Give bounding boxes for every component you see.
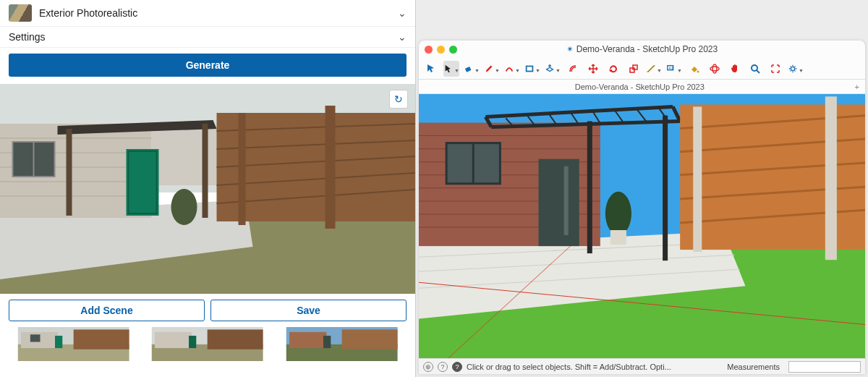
svg-rect-18 bbox=[217, 113, 416, 221]
window-title: ✴Demo-Veranda - SketchUp Pro 2023 bbox=[419, 44, 865, 54]
dropdown-caret-icon: ▼ bbox=[495, 68, 500, 73]
document-tabbar: Demo-Veranda - SketchUp Pro 2023 + bbox=[419, 80, 865, 94]
zoom-tool[interactable] bbox=[747, 61, 763, 77]
add-tab-button[interactable]: + bbox=[855, 82, 859, 91]
style-row[interactable]: Exterior Photorealistic ⌄ bbox=[0, 0, 415, 27]
dropdown-caret-icon: ▼ bbox=[677, 68, 682, 73]
svg-rect-40 bbox=[341, 329, 397, 349]
svg-point-53 bbox=[791, 67, 794, 70]
select-tool[interactable] bbox=[423, 61, 439, 77]
render-preview: ↻ bbox=[0, 84, 415, 294]
svg-rect-87 bbox=[587, 122, 592, 254]
thumbnail[interactable] bbox=[9, 327, 138, 361]
svg-rect-11 bbox=[152, 127, 224, 185]
svg-text:A1: A1 bbox=[669, 65, 674, 69]
dropdown-caret-icon: ▼ bbox=[799, 68, 804, 73]
settings-label: Settings bbox=[9, 31, 46, 43]
sketchup-desktop: ✴Demo-Veranda - SketchUp Pro 2023 ▼▼▼▼▼▼… bbox=[416, 0, 868, 377]
settings-row[interactable]: Settings ⌄ bbox=[0, 27, 415, 48]
svg-rect-24 bbox=[239, 113, 246, 225]
dropdown-caret-icon: ▼ bbox=[475, 68, 480, 73]
help-icon[interactable]: ? bbox=[452, 362, 462, 372]
credits-icon[interactable]: ? bbox=[438, 362, 448, 372]
maximize-icon[interactable] bbox=[449, 46, 457, 54]
dropdown-caret-icon: ▼ bbox=[454, 68, 459, 73]
svg-rect-35 bbox=[208, 329, 263, 349]
svg-rect-41 bbox=[323, 336, 331, 348]
svg-rect-74 bbox=[564, 166, 569, 235]
pushpull-tool[interactable]: ▼ bbox=[545, 61, 561, 77]
svg-rect-88 bbox=[663, 116, 668, 261]
refresh-button[interactable]: ↻ bbox=[389, 90, 408, 109]
cursor-tool[interactable]: ▼ bbox=[443, 61, 459, 77]
render-panel: Exterior Photorealistic ⌄ Settings ⌄ Gen… bbox=[0, 0, 416, 377]
orbit-tool[interactable] bbox=[707, 61, 723, 77]
svg-rect-16 bbox=[203, 124, 208, 218]
chevron-down-icon: ⌄ bbox=[398, 31, 407, 43]
document-tab[interactable]: Demo-Veranda - SketchUp Pro 2023 bbox=[425, 82, 855, 91]
model-viewport[interactable] bbox=[419, 94, 865, 358]
svg-rect-25 bbox=[326, 106, 336, 229]
traffic-lights bbox=[425, 46, 457, 54]
dropdown-caret-icon: ▼ bbox=[556, 68, 561, 73]
pan-tool[interactable] bbox=[727, 61, 743, 77]
svg-rect-34 bbox=[155, 332, 192, 348]
svg-point-50 bbox=[712, 64, 717, 73]
tape-tool[interactable]: ▼ bbox=[646, 61, 662, 77]
eraser-tool[interactable]: ▼ bbox=[464, 61, 480, 77]
main-toolbar: ▼▼▼▼▼▼▼A1▼▼ bbox=[419, 58, 865, 80]
svg-point-48 bbox=[697, 70, 699, 72]
sketchup-scene bbox=[419, 94, 865, 358]
add-scene-button[interactable]: Add Scene bbox=[9, 300, 205, 321]
rectangle-tool[interactable]: ▼ bbox=[524, 61, 540, 77]
svg-rect-42 bbox=[465, 67, 472, 72]
svg-point-51 bbox=[752, 65, 757, 71]
move-tool[interactable] bbox=[585, 61, 601, 77]
sketchup-window: ✴Demo-Veranda - SketchUp Pro 2023 ▼▼▼▼▼▼… bbox=[419, 41, 865, 374]
scale-tool[interactable] bbox=[626, 61, 642, 77]
svg-rect-29 bbox=[74, 329, 129, 349]
svg-rect-30 bbox=[30, 334, 41, 342]
save-button[interactable]: Save bbox=[210, 300, 407, 321]
svg-rect-73 bbox=[539, 159, 579, 246]
close-icon[interactable] bbox=[425, 46, 433, 54]
sketchup-icon: ✴ bbox=[566, 44, 574, 54]
svg-rect-90 bbox=[610, 230, 626, 245]
offset-tool[interactable] bbox=[565, 61, 581, 77]
action-buttons: Add Scene Save bbox=[0, 294, 415, 327]
paint-tool[interactable] bbox=[686, 61, 702, 77]
svg-point-89 bbox=[605, 192, 631, 235]
window-titlebar[interactable]: ✴Demo-Veranda - SketchUp Pro 2023 bbox=[419, 41, 865, 58]
svg-rect-43 bbox=[527, 66, 533, 71]
generate-button[interactable]: Generate bbox=[9, 54, 407, 77]
settings-tool[interactable]: ▼ bbox=[788, 61, 804, 77]
dropdown-caret-icon: ▼ bbox=[515, 68, 520, 73]
measurements-input[interactable] bbox=[788, 361, 861, 373]
zoom-extents-tool[interactable] bbox=[767, 61, 783, 77]
svg-line-52 bbox=[757, 70, 760, 73]
dropdown-caret-icon: ▼ bbox=[657, 68, 662, 73]
pencil-tool[interactable]: ▼ bbox=[484, 61, 500, 77]
svg-rect-15 bbox=[67, 129, 72, 216]
thumbnail[interactable] bbox=[142, 327, 272, 361]
text-tool[interactable]: A1▼ bbox=[666, 61, 682, 77]
svg-rect-45 bbox=[633, 65, 637, 69]
measurements-label: Measurements bbox=[727, 363, 780, 371]
desktop-background bbox=[416, 0, 868, 41]
geolocation-icon[interactable]: ⊕ bbox=[423, 362, 433, 372]
svg-rect-44 bbox=[630, 68, 634, 72]
svg-rect-39 bbox=[289, 332, 326, 348]
svg-point-49 bbox=[710, 67, 719, 71]
svg-rect-36 bbox=[189, 336, 196, 348]
svg-point-17 bbox=[171, 189, 197, 225]
dropdown-caret-icon: ▼ bbox=[535, 68, 540, 73]
rendered-scene-image bbox=[0, 84, 415, 294]
thumbnail[interactable] bbox=[277, 327, 407, 361]
style-label: Exterior Photorealistic bbox=[39, 7, 137, 19]
svg-rect-98 bbox=[825, 96, 837, 260]
arc-tool[interactable]: ▼ bbox=[504, 61, 520, 77]
minimize-icon[interactable] bbox=[437, 46, 445, 54]
rotate-tool[interactable] bbox=[605, 61, 621, 77]
status-bar: ⊕ ? ? Click or drag to select objects. S… bbox=[419, 358, 865, 374]
chevron-down-icon: ⌄ bbox=[398, 7, 407, 19]
